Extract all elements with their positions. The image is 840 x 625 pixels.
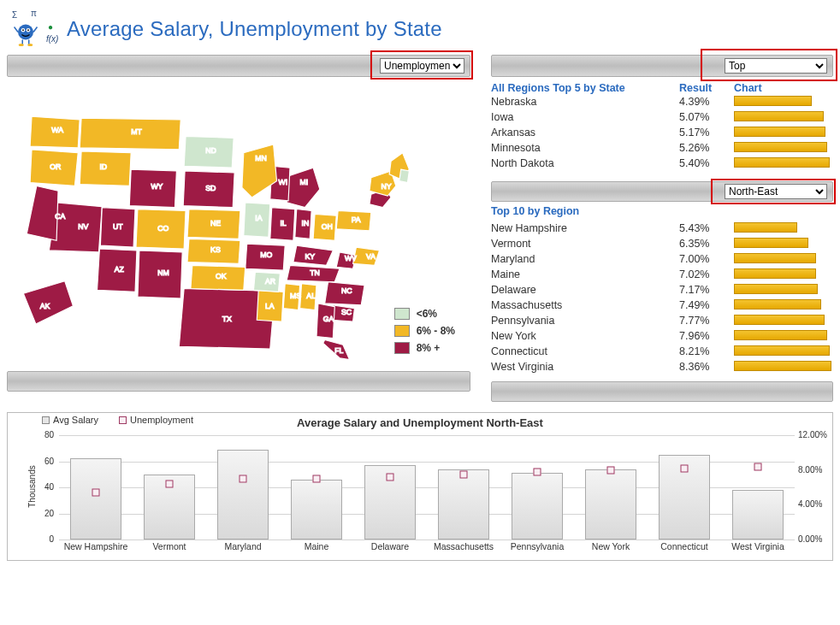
- x-tick-label: West Virginia: [721, 541, 795, 558]
- table-row: Pennsylvania7.77%: [491, 313, 833, 328]
- chart-bar: [734, 111, 824, 121]
- table-row: New York7.96%: [491, 328, 833, 344]
- svg-point-4: [27, 29, 29, 31]
- svg-point-3: [22, 29, 24, 31]
- table-row: Minnesota5.26%: [491, 140, 833, 156]
- result-cell: 6.35%: [679, 238, 734, 250]
- metric-control-bar: UnemploymentAvg Salary: [7, 55, 470, 77]
- y-axis-left-ticks: 020406080: [35, 435, 56, 540]
- svg-text:KS: KS: [210, 245, 221, 254]
- result-cell: 5.07%: [679, 111, 734, 123]
- result-cell: 7.77%: [679, 315, 734, 327]
- svg-text:AK: AK: [40, 302, 50, 310]
- svg-text:CO: CO: [157, 224, 169, 233]
- table-row: Maine7.02%: [491, 267, 833, 282]
- svg-text:AR: AR: [265, 277, 275, 286]
- chart-bar: [734, 253, 816, 263]
- x-tick-label: Delaware: [353, 541, 427, 558]
- salary-column: [291, 480, 342, 540]
- region-dropdown[interactable]: North-EastSouthMid-WestWest: [725, 184, 827, 199]
- col-result: Result: [679, 82, 734, 94]
- table-row: North Dakota5.40%: [491, 156, 833, 171]
- order-control-bar: TopBottom: [491, 55, 833, 77]
- chart-bar: [734, 330, 827, 340]
- page-title: Average Salary, Unemployment by State: [67, 17, 442, 41]
- state-cell: Massachusetts: [491, 299, 679, 311]
- salary-unemployment-chart: Avg Salary Unemployment Average Salary a…: [7, 412, 833, 561]
- svg-text:VA: VA: [366, 252, 376, 261]
- top5-title: All Regions Top 5 by State: [491, 82, 679, 94]
- svg-text:TX: TX: [222, 315, 232, 323]
- state-cell: Minnesota: [491, 142, 679, 154]
- svg-text:UT: UT: [113, 222, 123, 231]
- bar-cell: [734, 315, 833, 327]
- table-row: New Hampshire5.43%: [491, 221, 833, 236]
- result-cell: 8.36%: [679, 361, 734, 373]
- svg-text:OK: OK: [216, 272, 227, 280]
- svg-text:ID: ID: [99, 162, 107, 171]
- state-cell: Arkansas: [491, 127, 679, 139]
- chart-bar: [734, 361, 831, 371]
- table-row: Massachusetts7.49%: [491, 298, 833, 313]
- bar-cell: [734, 345, 833, 357]
- svg-text:NV: NV: [78, 222, 88, 231]
- result-cell: 4.39%: [679, 96, 734, 108]
- chart-bar: [734, 284, 818, 294]
- state-cell: Pennsylvania: [491, 315, 679, 327]
- salary-column: [512, 473, 563, 540]
- state-cell: North Dakota: [491, 157, 679, 169]
- svg-text:MN: MN: [255, 154, 267, 162]
- state-cell: Iowa: [491, 111, 679, 123]
- svg-text:SC: SC: [341, 308, 352, 316]
- top5-header-row: All Regions Top 5 by State Result Chart: [491, 82, 833, 94]
- bar-cell: [734, 157, 833, 169]
- x-tick-label: Connecticut: [648, 541, 721, 558]
- chart-bar: [734, 127, 825, 137]
- svg-text:KY: KY: [305, 252, 315, 261]
- y-axis-right-ticks: 0.00%4.00%8.00%12.00%: [796, 435, 831, 540]
- bar-cell: [734, 96, 833, 108]
- x-tick-label: Maryland: [206, 541, 280, 558]
- svg-point-0: [18, 25, 33, 40]
- table-row: Arkansas5.17%: [491, 125, 833, 140]
- x-tick-label: New York: [574, 541, 648, 558]
- chart-bar: [734, 222, 797, 233]
- svg-text:PA: PA: [352, 215, 361, 224]
- bar-cell: [734, 253, 833, 265]
- app-logo: Σ π ● f(x): [10, 10, 58, 48]
- unemployment-point: [460, 470, 468, 478]
- svg-text:MS: MS: [290, 292, 301, 300]
- separator-bar-left: [7, 371, 470, 392]
- top10-body: New Hampshire5.43%Vermont6.35%Maryland7.…: [491, 221, 833, 374]
- state-cell: West Virginia: [491, 361, 679, 373]
- result-cell: 7.96%: [679, 330, 734, 342]
- svg-text:AZ: AZ: [115, 265, 125, 274]
- x-tick-label: Maine: [280, 541, 353, 558]
- result-cell: 5.26%: [679, 142, 734, 154]
- map-panel: WAORID MTNDMN CANVUT WYSDCO IANEKS AZNMO…: [7, 82, 470, 402]
- state-cell: New York: [491, 330, 679, 342]
- result-cell: 5.17%: [679, 127, 734, 139]
- unemployment-point: [313, 475, 321, 482]
- legend-swatch-mid: [394, 325, 410, 337]
- unemployment-point: [166, 481, 174, 488]
- salary-column: [585, 469, 636, 540]
- svg-point-10: [27, 44, 33, 46]
- result-cell: 5.40%: [679, 157, 734, 169]
- svg-text:MI: MI: [300, 178, 309, 186]
- header: Σ π ● f(x) Average Salary, Unemployment …: [7, 7, 833, 55]
- legend-label-gt8: 8% +: [417, 342, 441, 354]
- x-axis-labels: New HampshireVermontMarylandMaineDelawar…: [59, 541, 795, 558]
- svg-point-9: [19, 44, 24, 46]
- svg-text:LA: LA: [265, 302, 275, 310]
- table-row: Delaware7.17%: [491, 282, 833, 298]
- order-dropdown[interactable]: TopBottom: [725, 58, 827, 74]
- metric-dropdown[interactable]: UnemploymentAvg Salary: [380, 58, 464, 74]
- legend-label-mid: 6% - 8%: [417, 325, 455, 337]
- legend-swatch-gt8: [394, 342, 410, 354]
- x-tick-label: Pennsylvania: [500, 541, 574, 558]
- bar-cell: [734, 330, 833, 342]
- tables-panel: All Regions Top 5 by State Result Chart …: [491, 82, 833, 402]
- unemployment-point: [607, 467, 615, 475]
- unemployment-point: [534, 469, 541, 476]
